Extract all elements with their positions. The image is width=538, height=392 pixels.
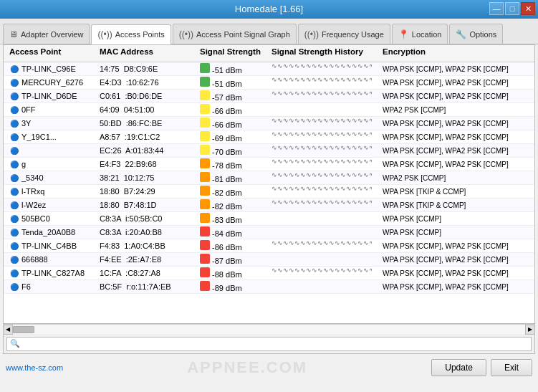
cell-ap: 🔵 TP-LINK_C4BB <box>4 241 97 251</box>
ap-name: F6 <box>21 282 31 291</box>
cell-sig: -66 dBm <box>197 104 269 115</box>
cell-sig: -66 dBm <box>197 118 269 129</box>
hist-line: ∿∿∿∿∿∿∿∿∿∿∿∿∿∿∿∿∿∿∿ <box>272 117 372 128</box>
scroll-thumb[interactable] <box>13 326 34 333</box>
hist-line: ∿∿∿∿∿∿∿∿∿∿∿∿∿∿∿∿∿∿∿ <box>272 267 372 278</box>
cell-hist <box>269 103 380 116</box>
table-row[interactable]: 🔵 0FF 64:09 04:51:00 -66 dBm WPA2 PSK [C… <box>4 103 534 117</box>
cell-mac: 1C:FA :C8:27:A8 <box>97 269 197 277</box>
table-row[interactable]: 🔵 Y_19C1... A8:57 :19:C1:C2 -69 dBm ∿∿∿∿… <box>4 130 534 144</box>
sig-indicator <box>200 104 210 114</box>
sig-indicator <box>200 172 210 182</box>
table-row[interactable]: 🔵 g E4:F3 22:B9:68 -78 dBm ∿∿∿∿∿∿∿∿∿∿∿∿∿… <box>4 158 534 171</box>
mac-addr: F4:EE :2E:A7:E8 <box>100 255 161 264</box>
sig-value: -51 dBm <box>212 66 242 75</box>
scroll-left-button[interactable]: ◀ <box>3 325 13 335</box>
footer-link[interactable]: www.the-sz.com <box>6 363 63 372</box>
cell-sig: -78 dBm <box>197 158 269 170</box>
mac-addr: 18:80 B7:48:1D <box>100 201 157 209</box>
table-row[interactable]: 🔵 TP-LINK_C96E 14:75 D8:C9:6E -51 dBm ∿∿… <box>4 62 534 76</box>
sig-indicator <box>200 158 210 168</box>
hist-line <box>272 103 372 115</box>
minimize-button[interactable]: — <box>489 2 504 15</box>
cell-ap: 🔵 g <box>4 159 97 169</box>
sig-value: -69 dBm <box>212 134 242 143</box>
cell-sig: -69 dBm <box>197 131 269 143</box>
cell-sig: -88 dBm <box>197 267 269 279</box>
table-row[interactable]: 🔵 l-TRxq 18:80 B7:24:29 -82 dBm ∿∿∿∿∿∿∿∿… <box>4 185 534 199</box>
ap-name: Tenda_20A0B8 <box>21 228 75 236</box>
table-row[interactable]: 🔵 _5340 38:21 10:12:75 -81 dBm ∿∿∿∿∿∿∿∿∿… <box>4 171 534 185</box>
tab-options[interactable]: 🔧 Options <box>449 24 503 44</box>
cell-enc: WPA PSK [CCMP], WPA2 PSK [CCMP] <box>380 242 534 250</box>
sig-value: -83 dBm <box>212 216 242 224</box>
cell-ap: 🔵 MERCURY_6276 <box>4 77 97 87</box>
update-button[interactable]: Update <box>431 359 486 376</box>
maximize-button[interactable]: □ <box>505 2 519 15</box>
ap-row-icon: 🔵 <box>9 145 19 156</box>
tab-ap-label: Access Points <box>115 30 165 39</box>
cell-enc: WPA PSK [TKIP & CCMP] <box>380 188 534 196</box>
main-content: Access Point MAC Address Signal Strength… <box>3 44 535 324</box>
cell-hist: ∿∿∿∿∿∿∿∿∿∿∿∿∿∿∿∿∿∿∿ <box>269 62 380 75</box>
cell-sig: -51 dBm <box>197 63 269 75</box>
cell-sig: -84 dBm <box>197 226 269 238</box>
cell-hist: ∿∿∿∿∿∿∿∿∿∿∿∿∿∿∿∿∿∿∿ <box>269 117 380 130</box>
table-row[interactable]: 🔵 l-W2ez 18:80 B7:48:1D -82 dBm ∿∿∿∿∿∿∿∿… <box>4 199 534 212</box>
mac-addr: E4:D3 :10:62:76 <box>100 78 159 87</box>
table-row[interactable]: 🔵 F6 BC:5F r:o:11:7A:EB -89 dBm WPA PSK … <box>4 280 534 294</box>
cell-mac: 64:09 04:51:00 <box>97 105 197 114</box>
mac-addr: 14:75 D8:C9:6E <box>100 64 158 73</box>
table-row[interactable]: 🔵 MERCURY_6276 E4:D3 :10:62:76 -51 dBm ∿… <box>4 76 534 90</box>
table-rows[interactable]: 🔵 TP-LINK_C96E 14:75 D8:C9:6E -51 dBm ∿∿… <box>4 62 534 323</box>
table-row[interactable]: 🔵 EC:26 A:01:83:44 -70 dBm ∿∿∿∿∿∿∿∿∿∿∿∿∿… <box>4 144 534 158</box>
close-button[interactable]: ✕ <box>521 2 535 15</box>
table-row[interactable]: 🔵 666888 F4:EE :2E:A7:E8 -87 dBm WPA PSK… <box>4 253 534 267</box>
table-row[interactable]: 🔵 Tenda_20A0B8 C8:3A i:20:A0:B8 -84 dBm … <box>4 226 534 239</box>
cell-hist <box>269 253 380 266</box>
table-row[interactable]: 🔵 TP-LINK_C827A8 1C:FA :C8:27:A8 -88 dBm… <box>4 267 534 280</box>
enc-value: WPA PSK [CCMP], WPA2 PSK [CCMP] <box>383 92 509 100</box>
enc-value: WPA PSK [CCMP], WPA2 PSK [CCMP] <box>383 120 509 128</box>
tab-graph-label: Access Point Signal Graph <box>196 30 290 39</box>
sig-indicator <box>200 77 210 87</box>
cell-hist <box>269 212 380 225</box>
tab-location[interactable]: 📍 Location <box>392 24 448 44</box>
tab-frequency[interactable]: ((•)) Frequency Usage <box>298 24 390 44</box>
table-row[interactable]: 🔵 3Y 50:BD :86:FC:BE -66 dBm ∿∿∿∿∿∿∿∿∿∿∿… <box>4 117 534 130</box>
search-box[interactable]: 🔍 <box>6 337 532 351</box>
footer-buttons: Update Exit <box>431 359 532 376</box>
cell-enc: WPA PSK [CCMP], WPA2 PSK [CCMP] <box>380 79 534 87</box>
hist-line: ∿∿∿∿∿∿∿∿∿∿∿∿∿∿∿∿∿∿∿ <box>272 185 372 196</box>
search-input[interactable] <box>20 340 528 348</box>
tab-signal-graph[interactable]: ((•)) Access Point Signal Graph <box>173 24 297 44</box>
sig-value: -81 dBm <box>212 175 242 183</box>
cell-hist: ∿∿∿∿∿∿∿∿∿∿∿∿∿∿∿∿∿∿∿ <box>269 76 380 89</box>
hist-line <box>272 226 372 237</box>
cell-ap: 🔵 3Y <box>4 118 97 128</box>
mac-addr: 1C:FA :C8:27:A8 <box>100 269 160 277</box>
ap-name: TP-LINK_D6DE <box>21 92 77 100</box>
table-row[interactable]: 🔵 505BC0 C8:3A i:50:5B:C0 -83 dBm WPA PS… <box>4 212 534 226</box>
exit-button[interactable]: Exit <box>491 359 532 376</box>
scroll-right-button[interactable]: ▶ <box>525 325 535 335</box>
graph-icon: ((•)) <box>179 29 193 39</box>
hist-line: ∿∿∿∿∿∿∿∿∿∿∿∿∿∿∿∿∿∿∿ <box>272 158 372 169</box>
table-row[interactable]: 🔵 TP-LINK_C4BB F4:83 1:A0:C4:BB -86 dBm … <box>4 239 534 253</box>
cell-enc: WPA PSK [CCMP], WPA2 PSK [CCMP] <box>380 147 534 155</box>
tab-adapter[interactable]: 🖥 Adapter Overview <box>3 24 90 44</box>
hist-line: ∿∿∿∿∿∿∿∿∿∿∿∿∿∿∿∿∿∿∿ <box>272 130 372 142</box>
cell-mac: 18:80 B7:24:29 <box>97 187 197 196</box>
tab-access-points[interactable]: ((•)) Access Points <box>91 24 170 44</box>
location-icon: 📍 <box>398 29 409 39</box>
search-bar: 🔍 <box>3 334 535 354</box>
hist-line: ∿∿∿∿∿∿∿∿∿∿∿∿∿∿∿∿∿∿∿ <box>272 76 372 87</box>
table-row[interactable]: 🔵 TP-LINK_D6DE C0:61 :B0:D6:DE -57 dBm ∿… <box>4 90 534 103</box>
cell-enc: WPA PSK [CCMP], WPA2 PSK [CCMP] <box>380 133 534 141</box>
window-controls[interactable]: — □ ✕ <box>489 2 535 15</box>
scroll-track[interactable] <box>13 325 525 335</box>
sig-indicator <box>200 131 210 141</box>
mac-addr: C8:3A i:50:5B:C0 <box>100 214 162 223</box>
sig-value: -51 dBm <box>212 80 242 88</box>
horizontal-scrollbar[interactable]: ◀ ▶ <box>3 324 535 334</box>
